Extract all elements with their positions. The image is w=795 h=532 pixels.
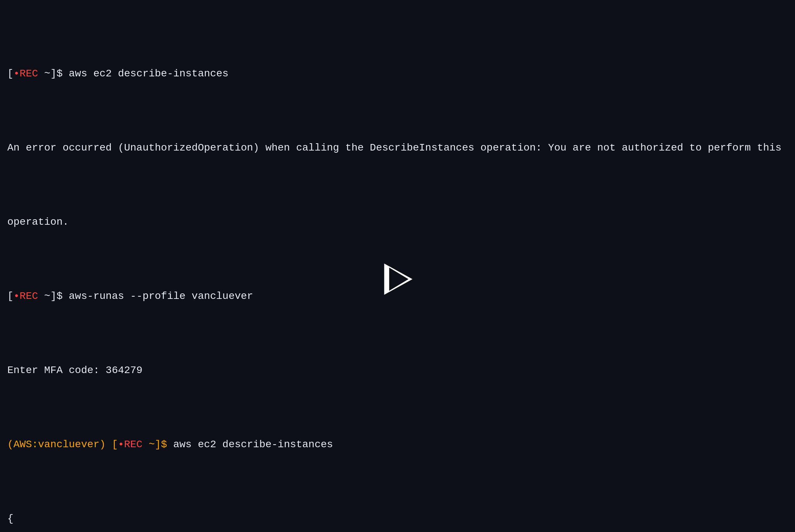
prompt-suffix: ~]$ bbox=[38, 68, 69, 79]
command-text: aws ec2 describe-instances bbox=[69, 68, 229, 79]
mfa-line: Enter MFA code: 364279 bbox=[7, 365, 143, 376]
rec-indicator-3: •REC bbox=[118, 439, 142, 450]
terminal-line-2: An error occurred (UnauthorizedOperation… bbox=[7, 141, 788, 156]
aws-prompt-close: ~]$ bbox=[143, 439, 173, 450]
prompt-bracket: [ bbox=[7, 68, 14, 79]
command-text-2: aws-runas --profile vancluever bbox=[69, 290, 253, 302]
json-open: { bbox=[7, 513, 14, 524]
prompt-suffix-2: ~]$ bbox=[38, 290, 69, 302]
command-text-3: aws ec2 describe-instances bbox=[173, 439, 333, 450]
terminal-line-3: operation. bbox=[7, 215, 788, 230]
prompt-bracket-2: [ bbox=[7, 290, 14, 302]
rec-indicator: •REC bbox=[14, 68, 38, 79]
error-line-2: operation. bbox=[7, 216, 69, 228]
terminal-line-5: Enter MFA code: 364279 bbox=[7, 363, 788, 378]
terminal-line-6: (AWS:vancluever) [•REC ~]$ aws ec2 descr… bbox=[7, 437, 788, 452]
rec-indicator-2: •REC bbox=[14, 290, 38, 302]
play-icon-wrapper bbox=[379, 261, 416, 297]
play-button[interactable] bbox=[376, 257, 419, 301]
terminal-line-1: [•REC ~]$ aws ec2 describe-instances bbox=[7, 66, 788, 81]
error-line-1: An error occurred (UnauthorizedOperation… bbox=[7, 142, 781, 153]
aws-profile-label: (AWS:vancluever) [ bbox=[7, 439, 118, 450]
play-inner-cutout bbox=[389, 267, 408, 291]
play-svg bbox=[379, 259, 416, 299]
terminal-window: [•REC ~]$ aws ec2 describe-instances An … bbox=[0, 0, 795, 532]
terminal-line-7: { bbox=[7, 512, 788, 527]
